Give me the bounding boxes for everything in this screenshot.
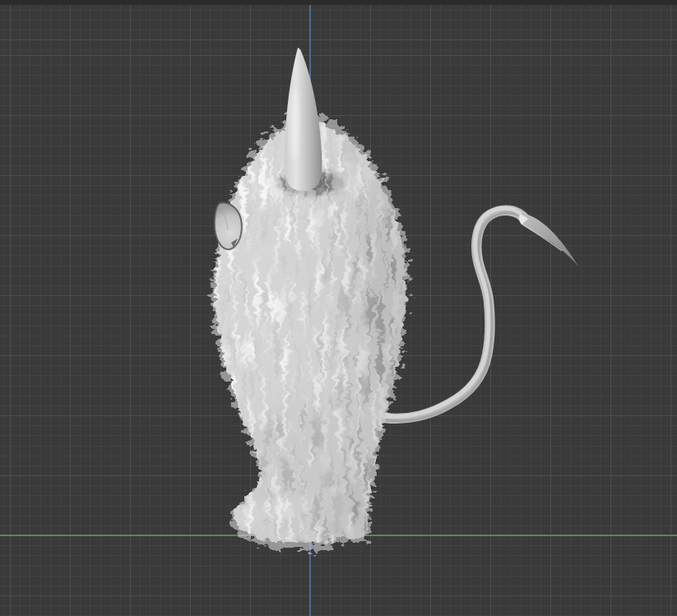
horn-highlight <box>290 86 299 160</box>
monster-model[interactable] <box>0 0 677 616</box>
monster-horn[interactable] <box>285 48 322 191</box>
3d-viewport[interactable] <box>0 0 677 616</box>
tail-blade <box>519 213 579 267</box>
viewport-top-edge <box>0 0 677 5</box>
monster-tail[interactable] <box>384 208 580 421</box>
tail-tube-shadow <box>387 213 527 421</box>
